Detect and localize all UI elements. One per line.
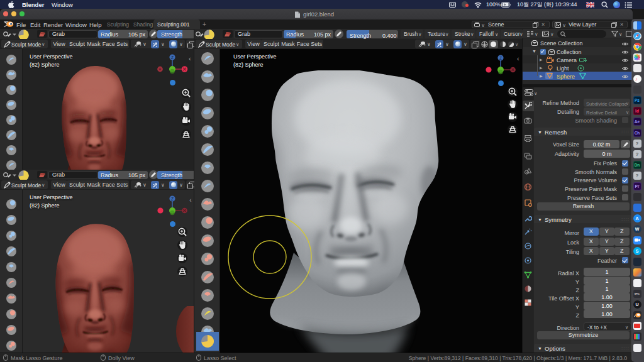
svg-text:Z: Z [171, 55, 174, 60]
svg-text:Z: Z [171, 197, 174, 201]
svg-text:Z: Z [499, 56, 502, 60]
